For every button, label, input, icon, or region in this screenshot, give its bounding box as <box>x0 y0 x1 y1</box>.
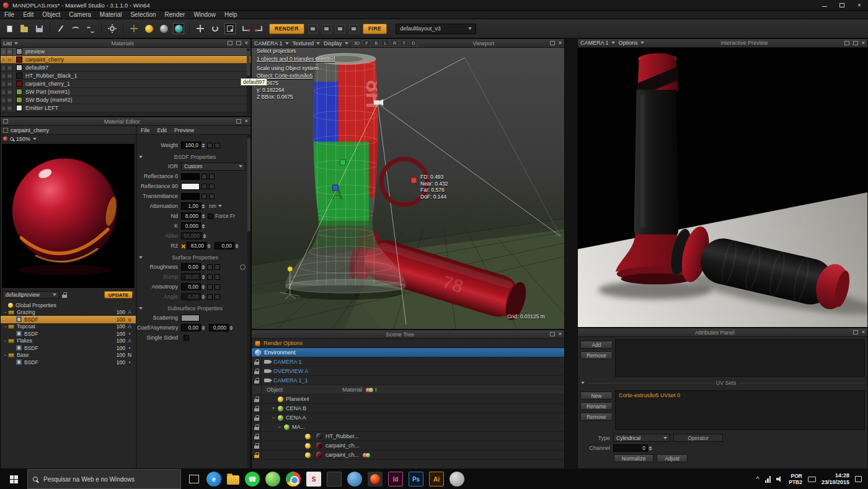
material-row[interactable]: S M preview <box>1 48 250 56</box>
subsurface-section-header[interactable]: Subsurface Properties <box>137 303 246 313</box>
rename-uvset-button[interactable]: Rename <box>580 402 613 410</box>
taskbar-app-icon[interactable] <box>347 472 362 487</box>
new-uvset-button[interactable]: New <box>580 392 613 400</box>
preview-scene-dropdown[interactable]: defaultpreview <box>2 291 60 298</box>
scene-item-camera[interactable]: CAMERA 1_1 <box>252 376 564 385</box>
lock-toggle[interactable] <box>252 432 262 441</box>
move-tool-icon[interactable] <box>195 23 206 34</box>
asymmetry-stepper[interactable] <box>229 326 233 330</box>
material-row[interactable]: S M HT_Rubber_Black_1 <box>1 72 250 80</box>
texture-slot-icon[interactable] <box>207 284 213 290</box>
taskbar-app-icon[interactable]: e <box>206 472 221 487</box>
view-button[interactable]: R <box>391 40 399 47</box>
preview-ball-icon[interactable] <box>158 23 169 34</box>
search-input[interactable] <box>42 475 175 483</box>
material-ball-icon[interactable] <box>143 23 154 34</box>
coef-input[interactable]: 0,00 <box>181 324 201 331</box>
lock-toggle[interactable] <box>252 441 262 450</box>
start-button[interactable] <box>0 469 27 489</box>
taskbar-app-icon[interactable]: ☎ <box>245 472 260 487</box>
language-indicator[interactable]: POR PTB2 <box>789 473 802 485</box>
menu-item[interactable]: Edit <box>19 11 38 18</box>
float-panel-icon[interactable] <box>228 41 232 45</box>
roughness-input[interactable]: 0,00 <box>181 263 201 271</box>
reflectance90-color[interactable] <box>181 183 200 190</box>
uv-tool-icon[interactable] <box>173 23 184 34</box>
mute-toggle[interactable]: M <box>7 80 13 87</box>
taskbar-app-icon[interactable] <box>189 475 199 483</box>
menu-item[interactable]: Camera <box>64 11 95 18</box>
material-layer-row[interactable]: − Flakes 100 A <box>1 338 136 345</box>
open-scene-icon[interactable] <box>19 23 30 34</box>
close-panel-icon[interactable]: × <box>245 119 248 124</box>
scene-object-row[interactable]: carpaint_ch... <box>252 451 564 460</box>
scene-object-row[interactable]: − MA... <box>252 423 564 432</box>
menu-item[interactable]: Object <box>38 11 64 18</box>
close-button[interactable]: × <box>851 0 868 10</box>
new-scene-icon[interactable] <box>4 23 15 34</box>
mute-toggle[interactable]: M <box>7 88 13 96</box>
material-row[interactable]: S M carpaint_cherry_1 <box>1 80 250 88</box>
editor-menu-item[interactable]: Preview <box>170 127 198 133</box>
axes-icon[interactable] <box>128 23 140 34</box>
taskbar-app-icon[interactable] <box>450 472 464 487</box>
texture-slot-icon[interactable] <box>215 274 220 280</box>
expander[interactable]: + <box>270 405 277 411</box>
transmittance-color[interactable] <box>181 193 200 200</box>
remove-uvset-button[interactable]: Remove <box>580 413 613 421</box>
scene-object-row[interactable]: carpaint_ch... <box>252 441 564 451</box>
taskbar-app-icon[interactable]: Ps <box>409 472 423 487</box>
curve-tool-icon[interactable] <box>70 23 81 34</box>
close-panel-icon[interactable]: × <box>559 40 562 46</box>
zoom-level[interactable]: 150% <box>16 136 30 142</box>
attenuation-unit-dropdown[interactable]: nm <box>209 203 222 209</box>
single-sided-checkbox[interactable] <box>184 335 189 341</box>
preview-type-icon[interactable] <box>3 137 7 141</box>
expander[interactable]: − <box>270 415 277 421</box>
mute-toggle[interactable]: M <box>7 96 13 104</box>
texture-slot-icon[interactable] <box>215 294 220 300</box>
taskbar-app-icon[interactable] <box>227 475 239 485</box>
r2b-stepper[interactable] <box>235 244 239 248</box>
scale-tool-icon[interactable] <box>224 23 236 34</box>
solo-toggle[interactable]: S <box>1 48 7 55</box>
solo-toggle[interactable]: S <box>1 88 7 96</box>
properties-scrollbar[interactable] <box>247 135 250 469</box>
view-button[interactable]: 3D <box>352 40 362 47</box>
attributes-list[interactable] <box>615 339 865 377</box>
minimize-button[interactable] <box>816 0 833 10</box>
adjust-button[interactable]: Adjust <box>657 454 688 462</box>
force-fresnel-checkbox[interactable] <box>208 213 213 219</box>
solo-toggle[interactable]: S <box>1 104 7 112</box>
reflectance0-color[interactable] <box>181 173 200 180</box>
bsdf-section-header[interactable]: BSDF Properties <box>137 152 246 161</box>
scale-handle-green[interactable] <box>340 159 345 165</box>
remove-attribute-button[interactable]: Remove <box>580 351 613 359</box>
solo-toggle[interactable]: S <box>1 72 7 79</box>
scene-item-camera[interactable]: CAMERA 1 <box>252 357 564 367</box>
mute-toggle[interactable]: M <box>7 104 13 112</box>
material-layer-row[interactable]: B BSDF 100 • <box>1 330 136 338</box>
material-layer-row[interactable]: − Base 100 N <box>1 352 136 359</box>
list-dropdown[interactable]: List <box>3 40 18 47</box>
texture-slot-icon[interactable] <box>215 143 220 148</box>
material-row[interactable]: S M SW Body (mxm#2) <box>1 96 250 104</box>
mute-toggle[interactable]: M <box>7 72 13 79</box>
r2b-input[interactable]: 0,00 <box>215 242 234 249</box>
texture-slot-icon[interactable] <box>209 184 215 189</box>
settings-gear-icon[interactable] <box>107 23 118 34</box>
weight-input[interactable]: 100,0 <box>181 141 201 149</box>
tray-expand-icon[interactable]: ^ <box>756 475 760 483</box>
maximize-panel-icon[interactable] <box>236 41 241 45</box>
material-layer-row[interactable]: − Grazing 100 A <box>1 309 136 316</box>
texture-slot-icon[interactable] <box>202 194 207 199</box>
scale-handle-red[interactable] <box>411 177 417 183</box>
expander[interactable]: − <box>2 324 8 330</box>
close-panel-icon[interactable]: × <box>559 331 562 337</box>
menu-item[interactable]: Render <box>161 11 190 18</box>
lock-toggle[interactable] <box>252 423 262 431</box>
uvset-list[interactable]: Corte-extrusão5 UVset 0 <box>615 390 865 430</box>
shading-mode-dropdown[interactable]: Textured <box>293 40 321 47</box>
material-layer-row[interactable]: Global Properties <box>1 302 136 309</box>
lock-toggle[interactable] <box>252 395 262 403</box>
